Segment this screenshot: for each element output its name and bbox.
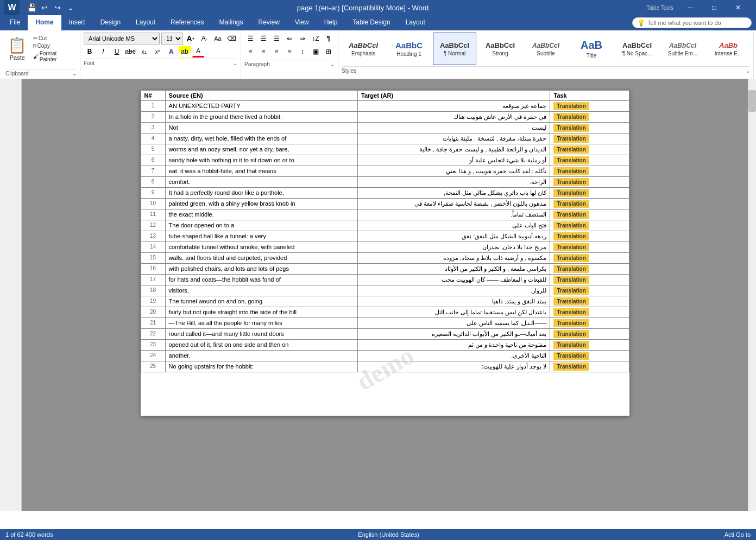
shading-button[interactable]: ▣	[310, 46, 322, 58]
shrink-font-button[interactable]: A-	[198, 33, 210, 45]
show-hide-button[interactable]: ¶	[323, 33, 335, 45]
target-text[interactable]: يمتد النفق و يمتد, ذاهبا	[358, 296, 550, 307]
change-case-button[interactable]: Aa	[212, 33, 224, 45]
paste-button[interactable]: 📋 Paste	[5, 33, 29, 64]
table-row[interactable]: 24another.الناحية الأخرى.Translation	[141, 351, 629, 361]
table-row[interactable]: 15walls, and floors tiled and carpeted, …	[141, 253, 629, 264]
table-row[interactable]: 2In a hole in the ground there lived a h…	[141, 112, 629, 123]
bullets-button[interactable]: ☰	[244, 33, 256, 45]
font-color-button[interactable]: A	[192, 46, 204, 58]
target-text[interactable]: الراحة.	[358, 177, 550, 188]
target-text[interactable]: ——الـتـل, كما يسميه الناس على	[358, 318, 550, 329]
style-item-intensee[interactable]: AaBbIntense E...	[707, 33, 750, 65]
table-row[interactable]: 8comfort.الراحة.Translation	[141, 177, 629, 188]
source-text[interactable]: the exact middle.	[165, 209, 357, 220]
table-row[interactable]: 9It had a perfectly round door like a po…	[141, 188, 629, 199]
table-row[interactable]: 13tube-shaped hall like a tunnel: a very…	[141, 231, 629, 242]
borders-button[interactable]: ⊞	[323, 46, 335, 58]
table-row[interactable]: 11the exact middle.المنتصف تماماً.Transl…	[141, 209, 629, 220]
numbering-button[interactable]: ☰	[257, 33, 269, 45]
ribbon-tab-layout[interactable]: Layout	[398, 15, 433, 30]
target-text[interactable]: بكراسي ملمعة , و الكثير و الكثير من الأو…	[358, 264, 550, 275]
format-painter-button[interactable]: 🖌 Format Painter	[32, 50, 77, 63]
target-text[interactable]: جماعة غير متوقعه	[358, 101, 550, 112]
ribbon-tab-mailings[interactable]: Mailings	[211, 15, 250, 30]
sort-button[interactable]: ↕Z	[310, 33, 322, 45]
grow-font-button[interactable]: A+	[185, 33, 197, 45]
target-text[interactable]: أو رملية بلا شيء لتجلس علية أو	[358, 155, 550, 166]
source-text[interactable]: comfortable tunnel without smoke, with p…	[165, 242, 357, 253]
align-center-button[interactable]: ≡	[257, 46, 269, 58]
table-row[interactable]: 21—The Hill, as all the people for many …	[141, 318, 629, 329]
table-row[interactable]: 12The door opened on to aفتح الباب علىTr…	[141, 220, 629, 231]
style-item-heading1[interactable]: AaBbCHeading 1	[387, 33, 431, 65]
clear-formatting-button[interactable]: ⌫	[225, 33, 237, 45]
source-text[interactable]: It had a perfectly round door like a por…	[165, 188, 357, 199]
target-text[interactable]: في حفرة في الأرض عاش هوبيت هناك .	[358, 112, 550, 123]
styles-expand-icon[interactable]: ⌄	[746, 68, 750, 74]
style-item-normal[interactable]: AaBbCcI¶ Normal	[433, 33, 476, 65]
document-scroll-area[interactable]: demo N# Source (EN) Target (AR) Task 1AN…	[22, 79, 748, 511]
source-text[interactable]: No going upstairs for the hobbit:	[165, 361, 357, 372]
ribbon-tab-references[interactable]: References	[163, 15, 211, 30]
redo-button[interactable]: ↪	[52, 2, 63, 13]
multilevel-list-button[interactable]: ☰	[270, 33, 282, 45]
target-text[interactable]: مدهون باللون الأخضر , بقبضة لحاسية صفراء…	[358, 199, 550, 209]
target-text[interactable]: للقبعات و المعاطف —— كان الهوبيت محب	[358, 275, 550, 285]
table-row[interactable]: 5worms and an oozy smell, nor yet a dry,…	[141, 144, 629, 155]
ribbon-tab-file[interactable]: File	[2, 15, 28, 30]
table-row[interactable]: 6sandy hole with nothing in it to sit do…	[141, 155, 629, 166]
source-text[interactable]: fairly but not quite straight into the s…	[165, 307, 357, 318]
ribbon-tab-view[interactable]: View	[287, 15, 317, 30]
table-row[interactable]: 25No going upstairs for the hobbit:لا يو…	[141, 361, 629, 372]
ribbon-tab-design[interactable]: Design	[93, 15, 128, 30]
target-text[interactable]: بعد أميالـ—ـو الكثير من الأبواب الدائرية…	[358, 329, 550, 340]
copy-button[interactable]: ⎘ Copy	[32, 42, 77, 49]
justify-button[interactable]: ≡	[284, 46, 295, 58]
strikethrough-button[interactable]: abc	[124, 46, 136, 58]
target-text[interactable]: مريح جدا بلا دخان, بجدران	[358, 242, 550, 253]
source-text[interactable]: round called it—and many little round do…	[165, 329, 357, 340]
customize-qa-button[interactable]: ⌄	[65, 2, 76, 13]
source-text[interactable]: tube-shaped hall like a tunnel: a very	[165, 231, 357, 242]
save-button[interactable]: 💾	[26, 2, 37, 13]
source-text[interactable]: eat: it was a hobbit-hole, and that mean…	[165, 166, 357, 177]
source-text[interactable]: comfort.	[165, 177, 357, 188]
source-text[interactable]: for hats and coats—the hobbit was fond o…	[165, 275, 357, 285]
target-text[interactable]: الديدان و الرائحة الطينية , و ليست حفرة …	[358, 144, 550, 155]
source-text[interactable]: AN UNEXPECTED PARTY	[165, 101, 357, 112]
increase-indent-button[interactable]: ⇒	[297, 33, 308, 45]
maximize-button[interactable]: □	[703, 0, 726, 15]
target-text[interactable]: كان لها باب دائري بشكل مثالي مثل النفحة,	[358, 188, 550, 199]
source-text[interactable]: with polished chairs, and lots and lots …	[165, 264, 357, 275]
decrease-indent-button[interactable]: ⇐	[284, 33, 295, 45]
bold-button[interactable]: B	[84, 46, 96, 58]
table-row[interactable]: 22round called it—and many little round …	[141, 329, 629, 340]
table-row[interactable]: 16with polished chairs, and lots and lot…	[141, 264, 629, 275]
paragraph-expand-icon[interactable]: ⌄	[330, 61, 335, 67]
font-size-select[interactable]: 11	[161, 33, 183, 45]
table-row[interactable]: 10painted green, with a shiny yellow bra…	[141, 199, 629, 209]
target-text[interactable]: مفتوحة من ناحية واحدة و من ثم	[358, 340, 550, 351]
table-row[interactable]: 4a nasty, dirty, wet hole, filled with t…	[141, 134, 629, 144]
subscript-button[interactable]: x₂	[138, 46, 150, 58]
ribbon-tab-layout[interactable]: Layout	[128, 15, 163, 30]
style-item-subtitle[interactable]: AaBbCcISubtitle	[524, 33, 568, 65]
target-text[interactable]: حفرة مبتلة، مقرفة , مُتسخة , مليئة بنهاي…	[358, 134, 550, 144]
tell-me-input[interactable]: 💡 Tell me what you want to do	[632, 17, 752, 28]
source-text[interactable]: —The Hill, as all the people for many mi…	[165, 318, 357, 329]
underline-button[interactable]: U	[111, 46, 123, 58]
target-text[interactable]: لا يوجد أدوار علية للهوبيت:	[358, 361, 550, 372]
target-text[interactable]: للزوار.	[358, 285, 550, 296]
source-text[interactable]: visitors.	[165, 285, 357, 296]
close-button[interactable]: ✕	[727, 0, 749, 15]
table-row[interactable]: 19The tunnel wound on and on, goingيمتد …	[141, 296, 629, 307]
table-row[interactable]: 1AN UNEXPECTED PARTYجماعة غير متوقعهTran…	[141, 101, 629, 112]
target-text[interactable]: المنتصف تماماً.	[358, 209, 550, 220]
target-text[interactable]: الناحية الأخرى.	[358, 351, 550, 361]
ribbon-tab-review[interactable]: Review	[250, 15, 287, 30]
target-text[interactable]: ليست	[358, 123, 550, 134]
source-text[interactable]: a nasty, dirty, wet hole, filled with th…	[165, 134, 357, 144]
table-row[interactable]: 18visitors.للزوار.Translation	[141, 285, 629, 296]
undo-button[interactable]: ↩	[39, 2, 50, 13]
